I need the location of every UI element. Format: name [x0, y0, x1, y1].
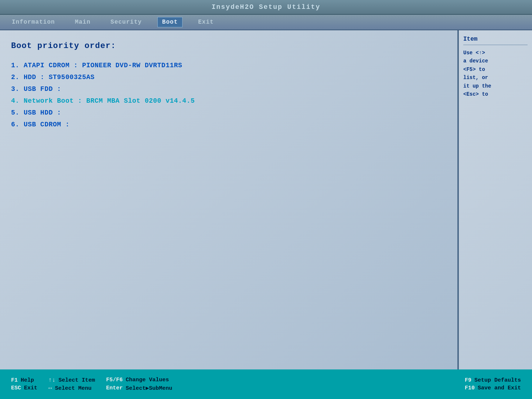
status-select-item: Select Item	[58, 377, 95, 383]
title-bar: InsydeH2O Setup Utility	[0, 0, 532, 15]
status-arrows: ↑↓ Select Item ↔ Select Menu	[43, 369, 100, 399]
menu-item-information[interactable]: Information	[7, 17, 59, 27]
status-key-esc: ESC	[11, 385, 21, 391]
boot-panel: Boot priority order: 1. ATAPI CDROM : PI…	[0, 30, 458, 369]
title-text: InsydeH2O Setup Utility	[212, 3, 320, 11]
status-f5f6-enter: F5/F6 Change Values Enter Select▶SubMenu	[100, 369, 178, 399]
boot-item-5[interactable]: 5. USB HDD :	[11, 109, 446, 116]
help-panel: Item Use <↑> a device <F5> to list, or i…	[458, 30, 532, 369]
status-desc-help: Help	[21, 377, 34, 383]
menu-item-security[interactable]: Security	[106, 17, 146, 27]
status-desc-submenu: Select▶SubMenu	[126, 385, 172, 392]
status-updown-icon: ↑↓	[48, 377, 55, 383]
status-key-f5f6: F5/F6	[106, 377, 123, 383]
status-f9-f10: F9 Setup Defaults F10 Save and Exit	[459, 369, 526, 399]
status-key-f9: F9	[465, 377, 471, 383]
status-desc-change: Change Values	[126, 377, 169, 383]
status-select-menu: Select Menu	[55, 385, 92, 392]
status-desc-exit: Exit	[24, 385, 37, 391]
status-right-section: F9 Setup Defaults F10 Save and Exit	[459, 369, 526, 399]
boot-item-3[interactable]: 3. USB FDD :	[11, 85, 446, 93]
boot-item-1[interactable]: 1. ATAPI CDROM : PIONEER DVD-RW DVRTD11R…	[11, 62, 446, 69]
boot-item-2[interactable]: 2. HDD : ST9500325AS	[11, 74, 446, 81]
status-bar: F1 Help ESC Exit ↑↓ Select Item ↔ Select…	[0, 369, 532, 399]
status-key-f10: F10	[465, 385, 475, 391]
menu-bar: Information Main Security Boot Exit	[0, 15, 532, 30]
status-desc-f9: Setup Defaults	[474, 377, 521, 383]
menu-item-main[interactable]: Main	[71, 17, 95, 27]
status-key-enter: Enter	[106, 385, 123, 391]
boot-item-6[interactable]: 6. USB CDROM :	[11, 121, 446, 128]
help-panel-title: Item	[463, 36, 528, 45]
main-area: Boot priority order: 1. ATAPI CDROM : PI…	[0, 30, 532, 369]
menu-item-boot[interactable]: Boot	[157, 17, 183, 27]
status-leftright-icon: ↔	[48, 385, 52, 392]
boot-priority-title: Boot priority order:	[11, 41, 446, 51]
help-panel-text: Use <↑> a device <F5> to list, or it up …	[463, 49, 528, 98]
status-desc-f10: Save and Exit	[478, 385, 521, 391]
boot-item-4[interactable]: 4. Network Boot : BRCM MBA Slot 0200 v14…	[11, 97, 446, 105]
status-f1-esc: F1 Help ESC Exit	[6, 369, 43, 399]
status-key-f1: F1	[11, 377, 18, 383]
menu-item-exit[interactable]: Exit	[194, 17, 218, 27]
boot-list: 1. ATAPI CDROM : PIONEER DVD-RW DVRTD11R…	[11, 62, 446, 128]
